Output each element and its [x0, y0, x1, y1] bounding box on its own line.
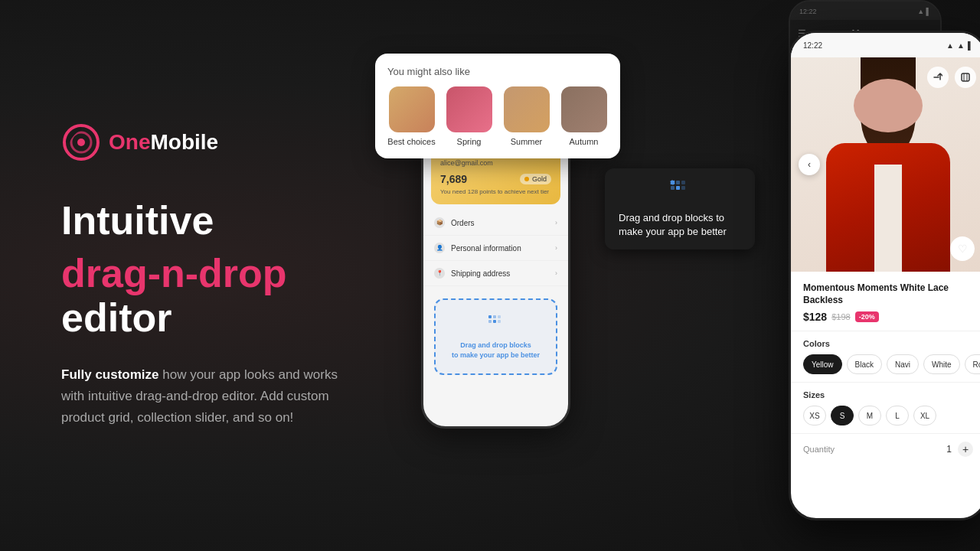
popup-item-img-spring [446, 86, 492, 132]
menu-item-personal[interactable]: 👤 Personal information › [423, 236, 568, 261]
menu-item-orders[interactable]: 📦 Orders › [423, 210, 568, 236]
phone-right: 12:22 ▲ ▲ ▌ ‹ [789, 31, 980, 520]
popup-item-img-summer [504, 86, 550, 132]
color-white[interactable]: White [923, 354, 960, 374]
wifi-icon: ▲ [957, 41, 965, 50]
size-selector: Sizes XS S M L XL [791, 382, 980, 433]
menu-item-left-orders: 📦 Orders [434, 217, 475, 228]
price-original: $198 [831, 312, 850, 321]
size-s[interactable]: S [831, 406, 854, 425]
size-m[interactable]: M [858, 406, 881, 425]
model-shirt [874, 165, 902, 272]
svg-point-2 [77, 139, 85, 146]
drag-indicator-icon [619, 179, 741, 205]
profile-points-row: 7,689 Gold [440, 173, 551, 185]
color-options: Yellow Black Navi White Rose [803, 354, 973, 374]
svg-rect-13 [681, 181, 685, 184]
size-xl[interactable]: XL [913, 406, 936, 425]
size-options: XS S M L XL [803, 406, 973, 425]
logo-text: OneMobile [109, 130, 218, 155]
quantity-increase[interactable]: + [958, 442, 973, 457]
svg-rect-11 [671, 186, 675, 190]
color-black[interactable]: Black [847, 354, 882, 374]
headline-accent: drag-n-drop [61, 251, 287, 295]
svg-rect-3 [488, 315, 492, 318]
headline-normal: editor [61, 295, 172, 340]
drag-text-line2: to make your app be better [445, 350, 547, 360]
profile-email: alice@gmail.com [440, 159, 551, 167]
popup-item-img-autumn [561, 86, 607, 132]
svg-rect-9 [671, 181, 675, 184]
drag-indicator-tooltip: Drag and drop blocks to make your app be… [605, 168, 755, 249]
headline-line1: Intuitive [61, 199, 352, 243]
product-nav-left[interactable]: ‹ [799, 154, 820, 175]
popup-item-label-spring: Spring [457, 137, 482, 146]
headline-line2: drag-n-drop editor [61, 252, 352, 339]
color-selector: Colors Yellow Black Navi White Rose [791, 331, 980, 382]
drag-indicator-text: Drag and drop blocks to make your app be… [619, 211, 741, 239]
profile-points: 7,689 [440, 173, 467, 185]
share-icon-btn[interactable] [927, 67, 949, 88]
battery-icon: ▌ [968, 41, 973, 50]
badge-dot [524, 177, 529, 181]
product-heart-btn[interactable]: ♡ [950, 236, 975, 261]
home-status-time: 12:22 [799, 8, 817, 15]
popup-item-summer: Summer [502, 86, 550, 146]
model-face [854, 79, 923, 132]
right-phone-status: 12:22 ▲ ▲ ▌ [791, 33, 980, 57]
svg-rect-7 [498, 315, 501, 318]
menu-icon-orders: 📦 [434, 217, 445, 228]
logo-icon [61, 122, 101, 162]
product-name: Momentous Moments White Lace Backless [803, 282, 973, 306]
popup-item-label-best: Best choices [387, 137, 435, 146]
quantity-controls: 1 + [946, 442, 973, 457]
color-rose[interactable]: Rose [965, 354, 980, 374]
svg-rect-15 [962, 73, 969, 81]
chevron-personal: › [555, 244, 557, 252]
color-navi[interactable]: Navi [887, 354, 919, 374]
menu-item-left-personal: 👤 Personal information [434, 243, 521, 253]
svg-rect-8 [498, 320, 501, 323]
svg-rect-4 [493, 315, 496, 318]
chevron-shipping: › [555, 269, 557, 277]
color-yellow[interactable]: Yellow [803, 354, 842, 374]
color-label: Colors [803, 339, 973, 348]
logo-area: OneMobile [61, 122, 352, 162]
popup-item-best: Best choices [387, 86, 436, 146]
popup-item-label-summer: Summer [511, 137, 543, 146]
menu-item-left-shipping: 📍 Shipping address [434, 268, 510, 279]
right-status-icons: ▲ ▲ ▌ [946, 41, 973, 50]
svg-rect-5 [488, 320, 492, 323]
price-discount-badge: -20% [855, 311, 879, 322]
right-status-time: 12:22 [803, 41, 822, 50]
drag-text-line1: Drag and drop blocks [445, 341, 547, 350]
price-current: $128 [803, 311, 827, 323]
chevron-orders: › [555, 219, 557, 227]
svg-rect-6 [493, 320, 496, 323]
profile-badge: Gold [520, 174, 551, 184]
menu-icon-personal: 👤 [434, 243, 445, 253]
model-container [819, 57, 957, 272]
quantity-label: Quantity [803, 445, 835, 454]
size-label: Sizes [803, 390, 973, 399]
popup-card: You might also like Best choices Spring … [375, 54, 620, 158]
product-image-area: ‹ ♡ [791, 57, 980, 272]
popup-item-img-best [389, 86, 435, 132]
price-row: $128 $198 -20% [803, 311, 973, 323]
popup-title: You might also like [387, 66, 608, 77]
svg-rect-10 [676, 181, 680, 184]
fullscreen-icon-btn[interactable] [955, 67, 976, 88]
popup-items: Best choices Spring Summer Autumn [387, 86, 608, 146]
svg-rect-12 [676, 186, 680, 190]
size-l[interactable]: L [886, 406, 909, 425]
profile-progress: You need 128 points to achieve next tier [440, 188, 551, 195]
popup-item-autumn: Autumn [560, 86, 608, 146]
product-info: Momentous Moments White Lace Backless $1… [791, 272, 980, 323]
size-xs[interactable]: XS [803, 406, 826, 425]
right-panel: 12:22 ▲ ▌ ☰ Home ⌕ sustainablycted goods… [398, 0, 980, 551]
signal-icon: ▲ [946, 41, 954, 50]
svg-rect-14 [681, 186, 685, 190]
popup-item-spring: Spring [445, 86, 493, 146]
menu-item-shipping[interactable]: 📍 Shipping address › [423, 261, 568, 286]
page-wrapper: OneMobile Intuitive drag-n-drop editor F… [0, 0, 980, 551]
